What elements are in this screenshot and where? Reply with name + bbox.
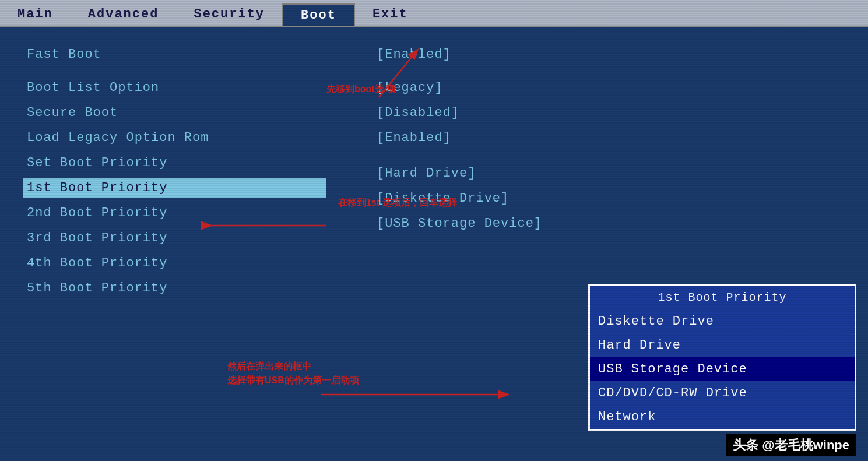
5th-boot-priority-label[interactable]: 5th Boot Priority xyxy=(23,279,326,298)
popup-item-diskette[interactable]: Diskette Drive xyxy=(590,309,855,333)
content-area: Fast Boot Boot List Option Secure Boot L… xyxy=(0,27,868,461)
annotation2-text: 在移到1st 选项后，回车选择 xyxy=(338,196,457,209)
arrow2-svg xyxy=(198,208,332,243)
menu-security[interactable]: Security xyxy=(176,3,282,26)
fast-boot-label[interactable]: Fast Boot xyxy=(23,45,326,64)
popup-title: 1st Boot Priority xyxy=(590,286,855,309)
menu-advanced[interactable]: Advanced xyxy=(71,3,177,26)
menu-bar: Main Advanced Security Boot Exit xyxy=(0,0,868,27)
menu-exit[interactable]: Exit xyxy=(355,3,426,26)
popup-item-cddvd[interactable]: CD/DVD/CD-RW Drive xyxy=(590,381,855,405)
fast-boot-value: [Enabled] xyxy=(373,45,856,64)
load-legacy-option-rom-label[interactable]: Load Legacy Option Rom xyxy=(23,128,326,147)
secure-boot-value: [Disabled] xyxy=(373,103,856,122)
boot-list-option-label[interactable]: Boot List Option xyxy=(23,78,326,97)
menu-main[interactable]: Main xyxy=(0,3,71,26)
set-boot-priority-label[interactable]: Set Boot Priority xyxy=(23,153,326,173)
4th-boot-priority-label[interactable]: 4th Boot Priority xyxy=(23,254,326,273)
annotation3-text: 然后在弹出来的框中选择带有USB的作为第一启动项 xyxy=(227,360,359,388)
popup-dialog: 1st Boot Priority Diskette Drive Hard Dr… xyxy=(588,284,856,431)
load-legacy-value: [Enabled] xyxy=(373,128,856,147)
boot-list-option-value: [Legacy] xyxy=(373,78,856,97)
watermark: 头条 @老毛桃winpe xyxy=(726,434,856,456)
left-panel: Fast Boot Boot List Option Secure Boot L… xyxy=(0,27,338,461)
annotation1-text: 先移到boot选 项 xyxy=(326,83,396,96)
1st-boot-priority-value: [Hard Drive] xyxy=(373,164,856,183)
menu-boot[interactable]: Boot xyxy=(282,3,355,26)
1st-boot-priority-label[interactable]: 1st Boot Priority xyxy=(23,178,326,198)
popup-item-usb[interactable]: USB Storage Device xyxy=(590,357,855,381)
3rd-boot-priority-value: [USB Storage Device] xyxy=(373,214,856,233)
popup-item-hard-drive[interactable]: Hard Drive xyxy=(590,333,855,357)
popup-item-network[interactable]: Network xyxy=(590,405,855,429)
secure-boot-label[interactable]: Secure Boot xyxy=(23,103,326,122)
